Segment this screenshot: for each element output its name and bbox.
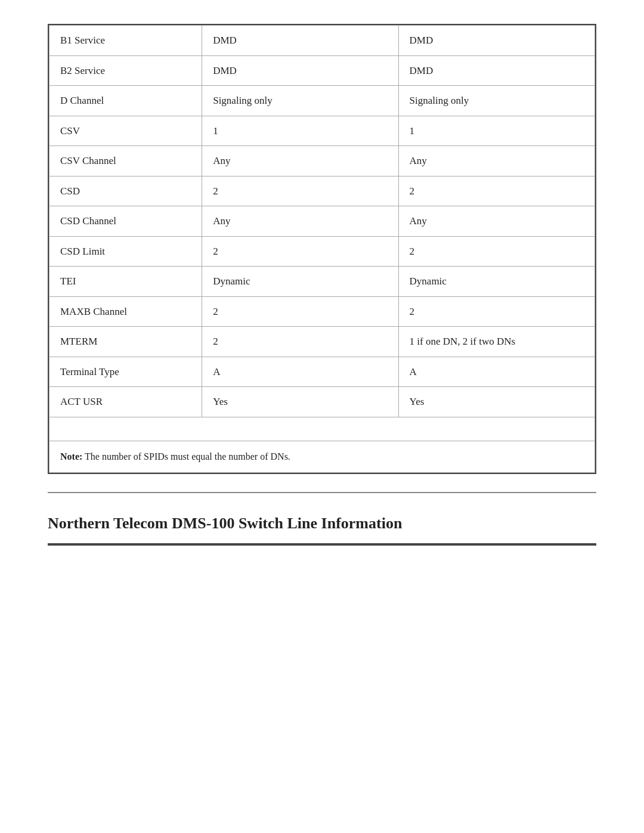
table-row: CSV11	[49, 116, 595, 146]
section2-title: Northern Telecom DMS-100 Switch Line Inf…	[48, 515, 596, 532]
note-row: Note: The number of SPIDs must equal the…	[49, 441, 595, 472]
table-row: MTERM21 if one DN, 2 if two DNs	[49, 327, 595, 357]
table-row: CSV ChannelAnyAny	[49, 146, 595, 176]
table-row: MAXB Channel22	[49, 296, 595, 327]
table-row: B2 ServiceDMDDMD	[49, 55, 595, 86]
table-row: TEIDynamicDynamic	[49, 267, 595, 297]
table1-wrapper: B1 ServiceDMDDMDB2 ServiceDMDDMDD Channe…	[48, 24, 596, 474]
table-row: D ChannelSignaling onlySignaling only	[49, 86, 595, 116]
table-row: ACT USRYesYes	[49, 387, 595, 417]
section-divider	[48, 492, 596, 493]
table-row: Terminal TypeAA	[49, 357, 595, 387]
table2-wrapper	[48, 543, 596, 546]
empty-row	[49, 417, 595, 441]
table-row: CSD22	[49, 176, 595, 206]
table-row: CSD Limit22	[49, 236, 595, 267]
table1: B1 ServiceDMDDMDB2 ServiceDMDDMDD Channe…	[49, 25, 595, 473]
table-row: B1 ServiceDMDDMD	[49, 26, 595, 56]
table-row: CSD ChannelAnyAny	[49, 206, 595, 237]
